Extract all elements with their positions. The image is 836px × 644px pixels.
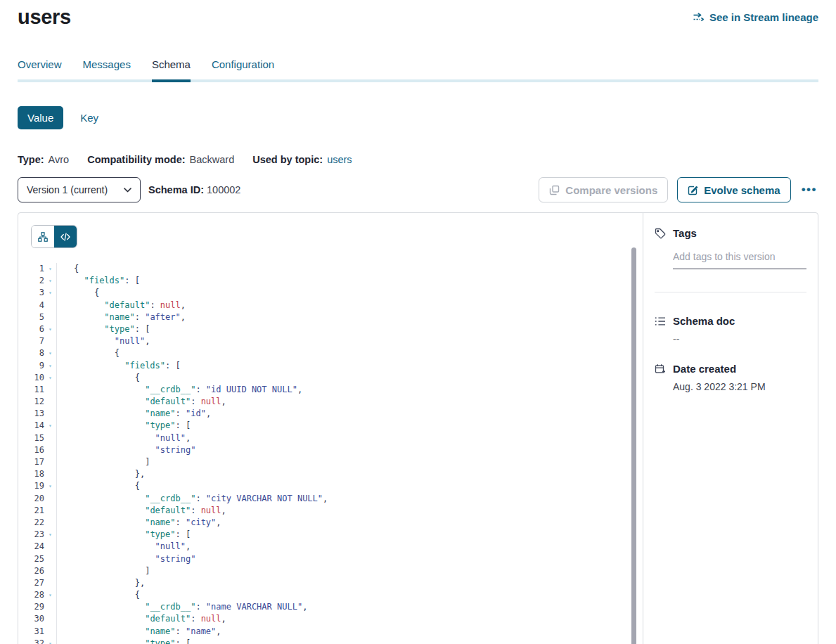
code-text: "default": null, [56,505,643,517]
list-icon [655,316,666,326]
version-select[interactable]: Version 1 (current) [18,177,141,202]
key-tab-button[interactable]: Key [80,112,98,124]
stream-lineage-link[interactable]: See in Stream lineage [693,11,818,23]
schema-page: users See in Stream lineage Overview Mes… [18,0,818,644]
fold-toggle-icon[interactable]: ▾ [44,638,56,644]
code-line: 7 "null", [18,335,643,347]
fold-toggle-icon[interactable]: ▾ [44,263,56,275]
date-created-heading: Date created [655,363,806,375]
fold-toggle-icon[interactable]: ▾ [44,323,56,335]
code-line: 3▾ { [18,287,643,299]
tab-schema[interactable]: Schema [152,58,191,82]
sidebar-divider [655,292,806,292]
line-number: 28 [18,589,44,601]
code-line: 19▾ { [18,480,643,492]
line-number: 5 [18,311,44,323]
fold-toggle-icon[interactable]: ▾ [44,372,56,384]
view-mode-toggle [31,225,77,248]
line-number: 20 [18,493,44,505]
line-number: 31 [18,626,44,638]
tab-configuration[interactable]: Configuration [212,58,274,79]
editor-scrollbar-thumb[interactable] [631,247,636,644]
evolve-schema-button[interactable]: Evolve schema [677,177,790,202]
version-bar: Version 1 (current) Schema ID: 100002 Co… [18,177,818,202]
line-number: 26 [18,565,44,577]
code-text: "default": null, [56,300,643,311]
code-text: ] [56,565,643,577]
line-number: 29 [18,601,44,613]
line-number: 19 [18,480,44,492]
fold-toggle-icon[interactable]: ▾ [44,420,56,432]
code-text: { [56,589,643,601]
fold-toggle-icon[interactable]: ▾ [44,480,56,492]
line-number: 25 [18,553,44,565]
code-line: 24 "null", [18,541,643,553]
fold-toggle-icon[interactable]: ▾ [44,347,56,359]
tab-overview[interactable]: Overview [18,58,62,79]
line-number: 14 [18,420,44,432]
code-line: 27 }, [18,577,643,589]
line-number: 1 [18,263,44,275]
tree-view-button[interactable] [32,226,54,247]
type-label: Type: [18,154,44,165]
schema-doc-value: -- [673,333,806,344]
fold-toggle-icon[interactable]: ▾ [44,589,56,601]
code-text: { [56,372,643,384]
code-line: 28▾ { [18,589,643,601]
line-number: 32 [18,638,44,644]
topic-link[interactable]: users [327,154,352,165]
ellipsis-icon: ••• [802,183,817,196]
fold-toggle-icon[interactable]: ▾ [44,360,56,372]
tags-heading: Tags [655,227,806,239]
code-text: "string" [56,444,643,456]
compare-versions-button[interactable]: Compare versions [539,177,668,202]
stream-lineage-label: See in Stream lineage [709,11,818,23]
code-text: { [56,287,643,299]
code-line: 26 ] [18,565,643,577]
code-line: 6▾ "type": [ [18,323,643,335]
fold-toggle-icon[interactable]: ▾ [44,287,56,299]
stream-lineage-icon [693,13,705,22]
code-lines[interactable]: 1▾{2▾ "fields": [3▾ {4 "default": null,5… [18,263,643,644]
line-number: 11 [18,384,44,396]
code-text: "name": "id", [56,408,643,420]
code-text: "fields": [ [56,360,643,372]
line-number: 24 [18,541,44,553]
tab-messages[interactable]: Messages [83,58,131,79]
code-text: "name": "city", [56,517,643,529]
code-line: 29 "__crdb__": "name VARCHAR NULL", [18,601,643,613]
topbar: users See in Stream lineage [18,0,818,29]
code-view-icon [60,233,70,241]
code-line: 2▾ "fields": [ [18,275,643,287]
schema-id-label: Schema ID: [148,184,204,195]
more-options-button[interactable]: ••• [800,183,818,197]
fold-toggle-icon[interactable]: ▾ [44,275,56,287]
page-title: users [18,6,71,29]
code-text: "__crdb__": "city VARCHAR NOT NULL", [56,493,643,505]
code-text: "string" [56,553,643,565]
line-number: 13 [18,408,44,420]
code-line: 11 "__crdb__": "id UUID NOT NULL", [18,384,643,396]
line-number: 30 [18,613,44,625]
line-number: 16 [18,444,44,456]
code-line: 17 ] [18,456,643,468]
code-line: 25 "string" [18,553,643,565]
code-text: "type": [ [56,529,643,541]
type-value: Avro [49,154,70,165]
code-text: "type": [ [56,323,643,335]
line-number: 23 [18,529,44,541]
code-text: { [56,347,643,359]
code-text: "__crdb__": "name VARCHAR NULL", [56,601,643,613]
code-text: "default": null, [56,613,643,625]
add-tags-input[interactable] [673,251,806,269]
code-line: 20 "__crdb__": "city VARCHAR NOT NULL", [18,493,643,505]
code-line: 15 "null", [18,432,643,444]
line-number: 27 [18,577,44,589]
code-view-button[interactable] [54,226,77,247]
schema-doc-heading: Schema doc [655,315,806,327]
code-line: 18 }, [18,468,643,480]
line-number: 12 [18,396,44,408]
code-line: 8▾ { [18,347,643,359]
fold-toggle-icon[interactable]: ▾ [44,529,56,541]
value-tab-button[interactable]: Value [18,106,63,129]
